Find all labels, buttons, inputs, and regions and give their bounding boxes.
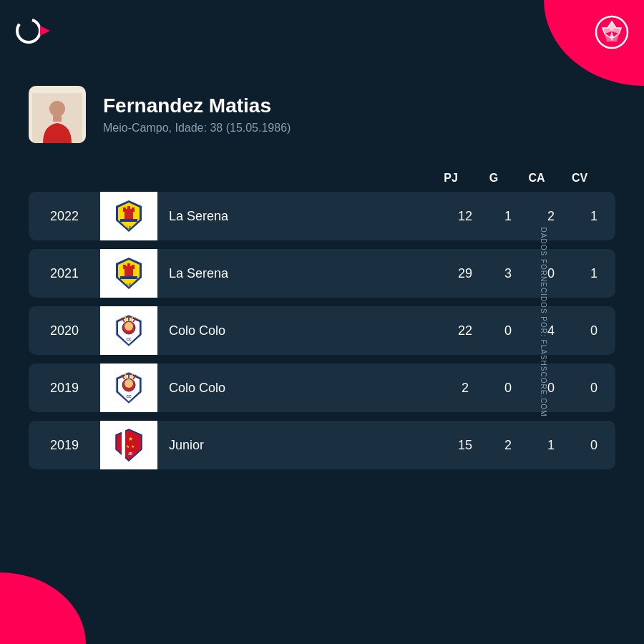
svg-rect-15 <box>127 206 130 212</box>
app-logo <box>13 13 56 52</box>
header-cv: CV <box>558 172 601 185</box>
stats-table: 2022 LS La Serena 12 1 2 1 2021 LS La Se… <box>29 192 615 469</box>
svg-text:CC: CC <box>126 337 132 341</box>
player-meta: Meio-Campo, Idade: 38 (15.05.1986) <box>103 122 291 135</box>
row-pj: 2 <box>444 381 487 396</box>
svg-text:★ ★: ★ ★ <box>126 444 135 449</box>
player-details: Fernandez Matias Meio-Campo, Idade: 38 (… <box>103 94 291 135</box>
row-g: 0 <box>487 381 530 396</box>
row-ca: 4 <box>530 323 572 338</box>
row-logo: LS <box>100 249 157 298</box>
row-pj: 12 <box>444 209 487 224</box>
svg-rect-20 <box>127 263 130 269</box>
svg-point-32 <box>125 379 133 388</box>
svg-text:JR: JR <box>128 452 133 456</box>
row-logo: CC <box>100 364 157 412</box>
main-content: Fernandez Matias Meio-Campo, Idade: 38 (… <box>29 86 615 587</box>
svg-rect-21 <box>132 265 135 269</box>
row-cv: 1 <box>572 266 615 281</box>
row-logo: LS <box>100 192 157 240</box>
svg-rect-16 <box>132 208 135 212</box>
svg-text:LS: LS <box>127 225 132 230</box>
row-cv: 1 <box>572 209 615 224</box>
table-row: 2020 CC Colo Colo 22 0 4 0 <box>29 306 615 355</box>
row-club: Junior <box>157 438 444 453</box>
row-logo: ★ ★ ★ JR <box>100 421 157 469</box>
row-cv: 0 <box>572 381 615 396</box>
row-ca: 0 <box>530 266 572 281</box>
row-pj: 22 <box>444 323 487 338</box>
soccer-ball-icon <box>594 14 630 50</box>
row-cv: 0 <box>572 438 615 453</box>
row-g: 1 <box>487 209 530 224</box>
row-ca: 0 <box>530 381 572 396</box>
svg-rect-12 <box>53 116 62 122</box>
header-ca: CA <box>515 172 558 185</box>
row-g: 0 <box>487 323 530 338</box>
row-logo: CC <box>100 306 157 355</box>
svg-rect-14 <box>123 208 126 212</box>
row-year: 2022 <box>29 209 100 224</box>
row-g: 2 <box>487 438 530 453</box>
table-headers: PJ G CA CV <box>29 172 615 185</box>
svg-rect-19 <box>123 265 126 269</box>
row-club: La Serena <box>157 266 444 281</box>
svg-text:LS: LS <box>127 283 132 287</box>
row-year: 2019 <box>29 438 100 453</box>
attribution-text: DADOS FORNECIDOS POR: FLASHSCORE.COM <box>540 228 547 417</box>
row-club: Colo Colo <box>157 323 444 338</box>
row-g: 3 <box>487 266 530 281</box>
row-pj: 15 <box>444 438 487 453</box>
player-avatar <box>29 86 86 143</box>
row-year: 2019 <box>29 381 100 396</box>
table-row: 2019 ★ ★ ★ JR Junior 15 2 1 0 <box>29 421 615 469</box>
row-ca: 2 <box>530 209 572 224</box>
svg-text:★: ★ <box>128 436 133 442</box>
row-club: Colo Colo <box>157 381 444 396</box>
table-row: 2019 CC Colo Colo 2 0 0 0 <box>29 364 615 412</box>
header-pj: PJ <box>429 172 472 185</box>
player-info: Fernandez Matias Meio-Campo, Idade: 38 (… <box>29 86 615 143</box>
row-cv: 0 <box>572 323 615 338</box>
row-pj: 29 <box>444 266 487 281</box>
header-g: G <box>472 172 515 185</box>
row-club: La Serena <box>157 209 444 224</box>
svg-marker-1 <box>40 26 50 36</box>
svg-point-11 <box>49 101 65 117</box>
svg-text:CC: CC <box>126 394 132 399</box>
svg-point-24 <box>125 322 133 331</box>
player-name: Fernandez Matias <box>103 94 291 117</box>
row-year: 2020 <box>29 323 100 338</box>
row-year: 2021 <box>29 266 100 281</box>
svg-point-0 <box>17 19 40 42</box>
row-ca: 1 <box>530 438 572 453</box>
table-row: 2022 LS La Serena 12 1 2 1 <box>29 192 615 240</box>
table-row: 2021 LS La Serena 29 3 0 1 <box>29 249 615 298</box>
